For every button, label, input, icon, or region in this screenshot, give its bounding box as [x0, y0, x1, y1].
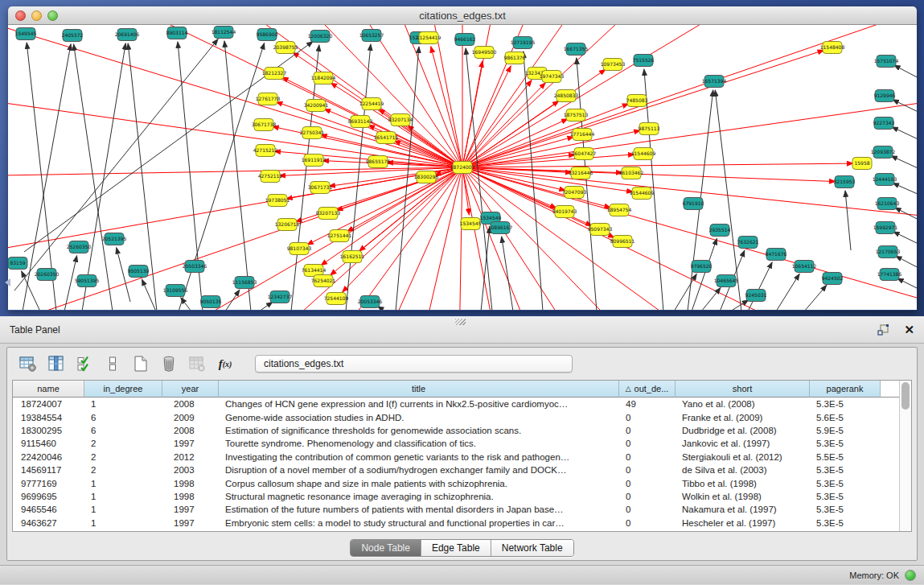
close-panel-icon[interactable]: ✕ — [904, 323, 914, 336]
table-row[interactable]: 1938455462009Genome-wide association stu… — [13, 410, 899, 423]
graph-node[interactable]: 16047427 — [572, 148, 597, 160]
memory-status-dot[interactable] — [905, 570, 916, 581]
graph-node[interactable]: 11548408 — [820, 42, 845, 54]
graph-node[interactable]: 30671738 — [252, 119, 277, 131]
graph-node[interactable]: 12093872 — [871, 146, 896, 159]
graph-node[interactable]: 11544609 — [631, 148, 656, 160]
graph-node[interactable]: 20053346 — [358, 296, 383, 308]
graph-node[interactable]: 22750341 — [300, 127, 325, 139]
table-row[interactable]: 1872400712008Changes of HCN gene express… — [13, 398, 899, 410]
graph-node[interactable]: 7485083 — [626, 95, 648, 107]
table-row[interactable]: 2242004622012Investigating the contribut… — [13, 451, 899, 463]
table-scrollbar[interactable] — [899, 381, 911, 531]
graph-node[interactable]: 9586900 — [257, 29, 278, 41]
graph-node[interactable]: 9050135 — [200, 296, 222, 308]
graph-node[interactable]: 18212327 — [262, 68, 287, 80]
graph-node[interactable]: 16571394 — [702, 76, 727, 88]
graph-node[interactable]: 98655176 — [366, 156, 391, 168]
graph-node[interactable]: 3215953 — [834, 176, 856, 188]
graph-node[interactable]: 98107343 — [287, 243, 312, 255]
graph-node[interactable]: 83159 — [8, 257, 27, 270]
column-header[interactable]: pagerank — [810, 381, 881, 398]
graph-node[interactable]: 12006320 — [308, 31, 333, 43]
graph-node[interactable]: 34200941 — [304, 100, 329, 112]
graph-node[interactable]: 9227343 — [873, 117, 895, 130]
zoom-window-button[interactable] — [47, 10, 58, 21]
graph-node[interactable]: 8471676 — [766, 249, 787, 261]
graph-node[interactable]: 20398753 — [273, 42, 298, 54]
column-header[interactable]: title — [219, 381, 619, 398]
graph-node[interactable]: 10653257 — [359, 30, 384, 42]
graph-node[interactable]: 9505139 — [128, 266, 150, 278]
graph-node[interactable]: 10654112 — [792, 261, 817, 273]
graph-node[interactable]: 8903114 — [166, 27, 188, 39]
network-canvas[interactable]: 1549545240557220691406890311418112544958… — [8, 25, 917, 310]
graph-node[interactable]: 95097343 — [588, 224, 613, 236]
graph-node[interactable]: 83207133 — [316, 208, 341, 220]
graph-node[interactable]: 2935514 — [709, 225, 731, 237]
table-select-dropdown[interactable]: citations_edges.txt — [255, 355, 573, 373]
graph-node[interactable]: 18300295 — [414, 171, 439, 183]
graph-node[interactable]: 72544109 — [324, 293, 349, 305]
pane-collapse-arrow-icon[interactable] — [1, 278, 10, 286]
graph-node[interactable]: 13216446 — [569, 167, 593, 179]
table-settings-icon[interactable] — [18, 354, 38, 373]
graph-node[interactable]: 59051395 — [75, 275, 100, 287]
splitter-grip[interactable] — [455, 319, 466, 325]
graph-node[interactable]: 20260350 — [35, 269, 60, 281]
graph-node[interactable]: 16949500 — [472, 47, 497, 59]
graph-node[interactable]: 9875113 — [639, 123, 660, 135]
graph-node[interactable]: 16911913 — [302, 154, 326, 167]
graph-node[interactable]: 15992971 — [873, 222, 898, 234]
tab-edge-table[interactable]: Edge Table — [421, 540, 491, 556]
graph-node[interactable]: 80996511 — [610, 236, 635, 248]
graph-node[interactable]: 30671731 — [308, 182, 333, 194]
graph-node[interactable]: 72047093 — [562, 187, 587, 199]
column-header[interactable]: year — [162, 381, 219, 398]
graph-node[interactable]: 16541711 — [374, 132, 399, 144]
graph-node[interactable]: 19747343 — [540, 71, 565, 83]
graph-node[interactable]: 10719195 — [511, 37, 536, 49]
graph-node[interactable]: 13109556 — [163, 285, 188, 297]
graph-node[interactable]: 9245031 — [745, 290, 767, 302]
graph-node[interactable]: 12444193 — [873, 174, 897, 186]
graph-node[interactable]: 1534545 — [460, 218, 482, 230]
column-header[interactable]: in_degree — [84, 381, 162, 398]
minimize-window-button[interactable] — [31, 10, 42, 21]
graph-node[interactable]: 86931143 — [348, 116, 373, 128]
tab-node-table[interactable]: Node Table — [351, 540, 421, 556]
graph-node[interactable]: 91544609 — [630, 187, 655, 200]
graph-node[interactable]: 1549545 — [15, 28, 37, 40]
graph-node[interactable]: 12254419 — [359, 98, 384, 110]
show-column-icon[interactable] — [47, 354, 66, 373]
graph-node[interactable]: 54019743 — [552, 206, 577, 218]
graph-node[interactable]: 18724007 — [450, 162, 475, 174]
table-row[interactable]: 977716911998Corpus callosum shape and si… — [13, 476, 899, 489]
graph-node[interactable]: 10896167 — [488, 222, 513, 234]
window-titlebar[interactable]: citations_edges.txt — [8, 6, 917, 25]
graph-node[interactable]: 25260350 — [67, 241, 92, 253]
table-row[interactable]: 946362711997Embryonic stem cells: a mode… — [13, 517, 899, 529]
row-height-icon[interactable] — [103, 354, 122, 373]
graph-node[interactable]: 11842094 — [311, 72, 336, 84]
graph-node[interactable]: 7632621 — [737, 237, 759, 249]
close-window-button[interactable] — [15, 10, 26, 21]
graph-node[interactable]: 24850833 — [554, 90, 579, 102]
graph-node[interactable]: 76254021 — [311, 275, 336, 287]
graph-node[interactable]: 86103462 — [619, 167, 644, 179]
graph-node[interactable]: 9129946 — [874, 90, 896, 102]
graph-node[interactable]: 17716444 — [570, 129, 595, 141]
graph-node[interactable]: 12342737 — [268, 291, 293, 303]
graph-node[interactable]: 6791910 — [683, 198, 704, 210]
graph-node[interactable]: 9424502 — [822, 273, 844, 285]
column-header[interactable]: name — [13, 381, 84, 398]
table-row[interactable]: 946554611997Estimation of the future num… — [13, 503, 899, 516]
graph-node[interactable]: 19738051 — [265, 195, 290, 207]
graph-node[interactable]: 12751441 — [327, 230, 352, 242]
graph-node[interactable]: 42752112 — [258, 171, 283, 183]
graph-node[interactable]: 20521395 — [102, 233, 127, 245]
delete-icon[interactable] — [159, 354, 179, 373]
graph-node[interactable]: 2405572 — [62, 30, 84, 42]
graph-node[interactable]: 11254419 — [417, 32, 441, 44]
graph-node[interactable]: 18757513 — [564, 109, 589, 122]
